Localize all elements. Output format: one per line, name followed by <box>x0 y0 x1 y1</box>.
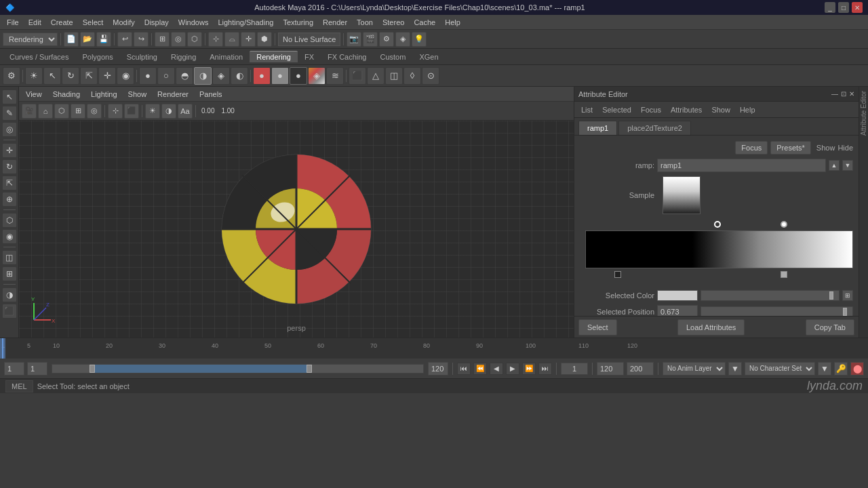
preferences-icon[interactable]: ⚙ <box>3 67 20 85</box>
redo-button[interactable]: ↪ <box>134 32 149 47</box>
universal-icon[interactable]: ✛ <box>98 67 116 85</box>
lights-button[interactable]: 💡 <box>412 32 427 47</box>
autokey-button[interactable]: ⬤ <box>850 362 864 375</box>
ramp-collapse-button[interactable]: ▼ <box>842 160 853 171</box>
load-attributes-button[interactable]: Load Attributes <box>677 319 745 336</box>
attr-minimize-button[interactable]: — <box>831 90 838 98</box>
layout-lt-button[interactable]: ⬛ <box>2 304 17 319</box>
tab-rigging[interactable]: Rigging <box>164 52 203 62</box>
menu-render[interactable]: Render <box>319 17 351 28</box>
ipr-button[interactable]: 🎬 <box>363 32 378 47</box>
soft-lt-button[interactable]: ◉ <box>2 229 17 244</box>
playback-range-bar[interactable] <box>52 364 424 373</box>
mel-label[interactable]: MEL <box>5 380 33 392</box>
presets-button[interactable]: Presets* <box>770 141 811 155</box>
paint-lt-button[interactable]: ✎ <box>2 106 17 121</box>
color2-icon[interactable]: ● <box>271 67 289 85</box>
vm-show[interactable]: Show <box>125 89 150 100</box>
menu-display[interactable]: Display <box>140 17 173 28</box>
render-button[interactable]: 📷 <box>347 32 361 47</box>
snap-surface-button[interactable]: ⬢ <box>257 32 272 47</box>
transform-sun-icon[interactable]: ☀ <box>25 67 43 85</box>
texture-icon[interactable]: ◫ <box>385 67 403 85</box>
vt-shadow-button[interactable]: ◑ <box>161 104 176 119</box>
vt-aa-button[interactable]: Aa <box>178 104 193 119</box>
step-forward-button[interactable]: ⏩ <box>522 363 536 375</box>
zoom-lt-button[interactable]: ⊞ <box>2 266 17 281</box>
vt-light-button[interactable]: ☀ <box>145 104 160 119</box>
hypershade2-icon[interactable]: ◊ <box>403 67 421 85</box>
lasso-button[interactable]: ◎ <box>171 32 186 47</box>
ramp-expand-button[interactable]: ▲ <box>829 160 840 171</box>
attr-show-item[interactable]: Show <box>709 104 733 115</box>
ramp-marker-black[interactable] <box>614 271 621 278</box>
copy-tab-button[interactable]: Copy Tab <box>806 319 854 336</box>
vm-panels[interactable]: Panels <box>197 89 225 100</box>
ramp-gradient-bar[interactable] <box>585 230 853 268</box>
camera-icon[interactable]: ⬛ <box>349 67 366 85</box>
waves-icon[interactable]: ≋ <box>326 67 344 85</box>
attr-help-item[interactable]: Help <box>737 104 758 115</box>
char-set-button[interactable]: ▼ <box>818 362 831 375</box>
display-lt-button[interactable]: ◑ <box>2 287 17 302</box>
position-slider[interactable] <box>701 306 853 316</box>
select-tool-icon[interactable]: ↖ <box>43 67 61 85</box>
attr-tab-place2d[interactable]: place2dTexture2 <box>618 121 691 135</box>
timeline-track[interactable]: 1 5 10 20 30 40 50 60 70 80 90 100 110 1… <box>0 338 868 359</box>
scale-lt-button[interactable]: ⇱ <box>2 176 17 190</box>
undo-button[interactable]: ↩ <box>117 32 132 47</box>
vm-shading[interactable]: Shading <box>50 89 83 100</box>
menu-create[interactable]: Create <box>47 17 77 28</box>
menu-help[interactable]: Help <box>441 17 465 28</box>
vt-camera-button[interactable]: 🎥 <box>22 104 37 119</box>
ramp-handle-black[interactable] <box>714 221 721 228</box>
color-expand-button[interactable]: ⊞ <box>842 290 853 301</box>
render2-icon[interactable]: ⊙ <box>422 67 439 85</box>
vm-renderer[interactable]: Renderer <box>155 89 191 100</box>
snap-grid-button[interactable]: ⊹ <box>208 32 223 47</box>
vt-hud-button[interactable]: ⬛ <box>124 104 139 119</box>
viewport[interactable]: X Y Z persp <box>19 121 574 338</box>
vt-isolate-button[interactable]: ◎ <box>87 104 102 119</box>
range-max-input[interactable] <box>627 362 654 375</box>
paint-button[interactable]: ⬡ <box>187 32 202 47</box>
render-settings-button[interactable]: ⚙ <box>379 32 394 47</box>
focus-button[interactable]: Focus <box>735 141 768 155</box>
save-file-button[interactable]: 💾 <box>96 32 111 47</box>
ramp-input[interactable] <box>657 159 826 172</box>
range-start-thumb[interactable] <box>90 365 95 373</box>
selected-color-slider[interactable] <box>701 290 840 301</box>
tab-rendering[interactable]: Rendering <box>250 51 298 62</box>
tab-animation[interactable]: Animation <box>203 52 250 62</box>
range-end-thumb[interactable] <box>307 365 312 373</box>
go-to-end-button[interactable]: ⏭ <box>538 363 552 375</box>
tab-sculpting[interactable]: Sculpting <box>120 52 164 62</box>
menu-toon[interactable]: Toon <box>353 17 377 28</box>
select-button[interactable]: ⊞ <box>155 32 170 47</box>
menu-lighting-shading[interactable]: Lighting/Shading <box>214 17 277 28</box>
frame-input[interactable] <box>561 363 588 375</box>
menu-texturing[interactable]: Texturing <box>279 17 317 28</box>
snap-lt-button[interactable]: ⬡ <box>2 213 17 228</box>
torus-icon[interactable]: ○ <box>157 67 175 85</box>
vt-layout-button[interactable]: ⊞ <box>71 104 85 119</box>
menu-windows[interactable]: Windows <box>174 17 213 28</box>
tab-fx[interactable]: FX <box>298 52 321 62</box>
scale-icon[interactable]: ⇱ <box>80 67 98 85</box>
move-lt-button[interactable]: ✛ <box>2 143 17 158</box>
go-to-start-button[interactable]: ⏮ <box>457 363 471 375</box>
minimize-button[interactable]: _ <box>825 2 835 13</box>
open-file-button[interactable]: 📂 <box>80 32 95 47</box>
play-back-button[interactable]: ◀ <box>490 363 503 375</box>
timeline-numbers[interactable]: 1 5 10 20 30 40 50 60 70 80 90 100 110 1… <box>0 338 868 359</box>
rotate-icon[interactable]: ↻ <box>62 67 79 85</box>
maximize-button[interactable]: □ <box>838 2 849 13</box>
universal-lt-button[interactable]: ⊕ <box>2 192 17 207</box>
camera-lt-button[interactable]: ◫ <box>2 250 17 265</box>
close-button[interactable]: ✕ <box>852 2 863 13</box>
tab-xgen[interactable]: XGen <box>412 52 445 62</box>
material-icon[interactable]: ◐ <box>231 67 248 85</box>
select-button[interactable]: Select <box>578 319 617 336</box>
attr-list-item[interactable]: List <box>578 104 595 115</box>
cylinder-icon[interactable]: ◑ <box>194 67 212 85</box>
